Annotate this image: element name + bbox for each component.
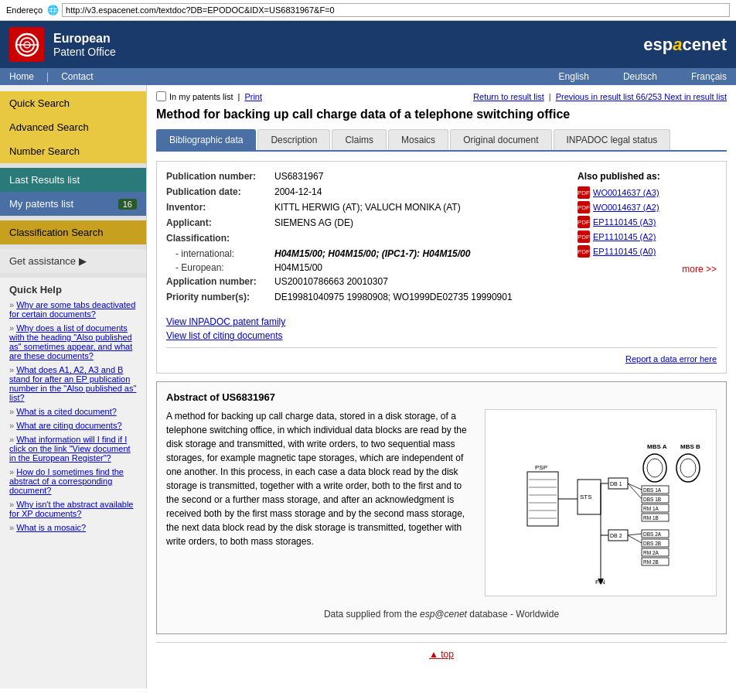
bib-value-app-number: US20010786663 20010307 [274, 276, 388, 287]
nav-sep: | [46, 71, 49, 82]
data-source-suffix: database - Worldwide [467, 609, 559, 620]
pub-entry-wo3: PDF WO0014637 (A3) [578, 186, 717, 199]
pub-link-ep0[interactable]: EP1110145 (A0) [593, 247, 656, 256]
in-patents-label: In my patents list [169, 92, 233, 101]
pub-entry-ep2: PDF EP1110145 (A2) [578, 230, 717, 243]
sidebar: Quick Search Advanced Search Number Sear… [0, 85, 147, 688]
inpadoc-family-link[interactable]: View INPADOC patent family [166, 316, 717, 327]
footer-top-link[interactable]: ▲ top [429, 649, 454, 660]
data-source-brand: esp@cenet [420, 609, 467, 620]
return-to-result-link[interactable]: Return to result list [473, 92, 544, 101]
svg-text:DBS 2A: DBS 2A [643, 531, 662, 537]
report-error-link[interactable]: Report a data error here [625, 354, 717, 364]
bib-label-priority: Priority number(s): [166, 292, 274, 302]
quick-help-item-4[interactable]: What are citing documents? [9, 421, 137, 430]
also-published-panel: Also published as: PDF WO0014637 (A3) PD… [578, 171, 717, 307]
tab-description[interactable]: Description [257, 129, 330, 150]
actions-separator: | [238, 92, 240, 101]
nav-english[interactable]: English [559, 71, 589, 82]
svg-point-22 [647, 459, 663, 477]
pub-link-ep2[interactable]: EP1110145 (A2) [593, 232, 656, 241]
nav-francais[interactable]: Français [691, 71, 727, 82]
report-error: Report a data error here [166, 347, 717, 364]
nav-home[interactable]: Home [9, 71, 34, 82]
bib-label-classification: Classification: [166, 233, 274, 244]
sidebar-item-last-results[interactable]: Last Results list [0, 168, 146, 192]
more-link[interactable]: more >> [682, 264, 717, 275]
bib-row-applicant: Applicant: SIEMENS AG (DE) [166, 217, 565, 228]
pub-link-wo2[interactable]: WO0014637 (A2) [593, 203, 659, 212]
quick-help-item-1[interactable]: Why does a list of documents with the he… [9, 323, 137, 360]
sidebar-item-classification-search[interactable]: Classification Search [0, 220, 146, 244]
address-input[interactable] [62, 3, 730, 17]
my-patents-badge: 16 [118, 199, 137, 210]
prev-next-result-link[interactable]: Previous in result list 66/253 Next in r… [556, 92, 727, 101]
sidebar-item-my-patents[interactable]: My patents list 16 [0, 192, 146, 216]
abstract-title: Abstract of US6831967 [166, 391, 717, 403]
pdf-icon-ep3: PDF [578, 216, 590, 228]
espacenet-logo: espacenet [643, 35, 727, 55]
svg-point-21 [643, 454, 666, 482]
in-patents-checkbox[interactable] [156, 91, 166, 101]
bib-label-applicant: Applicant: [166, 217, 274, 228]
globe-icon: 🌐 [47, 5, 59, 15]
svg-line-45 [628, 483, 642, 499]
top-actions-left: In my patents list | Print [156, 91, 262, 101]
quick-help-item-2[interactable]: What does A1, A2, A3 and B stand for aft… [9, 365, 137, 402]
pub-link-ep3[interactable]: EP1110145 (A3) [593, 217, 656, 227]
svg-point-23 [676, 454, 700, 482]
quick-help-item-7[interactable]: Why isn't the abstract available for XP … [9, 500, 137, 518]
top-actions-right: Return to result list | Previous in resu… [473, 92, 727, 101]
abstract-diagram: PSP STS DB 1 [485, 409, 717, 596]
top-actions: In my patents list | Print Return to res… [156, 91, 727, 101]
quick-help-title: Quick Help [9, 284, 137, 295]
sidebar-item-get-assistance[interactable]: Get assistance ▶ [0, 249, 146, 273]
tab-mosaics[interactable]: Mosaics [388, 129, 448, 150]
epo-title-line1: European [53, 32, 116, 46]
quick-help-item-8[interactable]: What is a mosaic? [9, 523, 137, 532]
bib-value-pub-number: US6831967 [274, 171, 323, 182]
svg-text:RM 1A: RM 1A [643, 506, 659, 511]
bib-value-pub-date: 2004-12-14 [274, 186, 322, 197]
svg-line-44 [628, 483, 642, 490]
svg-rect-4 [527, 472, 558, 526]
citing-documents-link[interactable]: View list of citing documents [166, 330, 717, 341]
tab-inpadoc-legal[interactable]: INPADOC legal status [554, 129, 671, 150]
quick-help-item-3[interactable]: What is a cited document? [9, 407, 137, 416]
svg-line-46 [628, 534, 642, 535]
nav-deutsch[interactable]: Deutsch [623, 71, 657, 82]
bib-content-panel: Publication number: US6831967 Publicatio… [156, 161, 727, 374]
print-link[interactable]: Print [244, 92, 262, 101]
svg-text:RM 2A: RM 2A [643, 550, 659, 555]
tab-bibliographic[interactable]: Bibliographic data [156, 129, 256, 150]
svg-text:DBS 1B: DBS 1B [643, 497, 661, 502]
data-source: Data supplied from the esp@cenet databas… [166, 604, 717, 624]
svg-text:DBS 2B: DBS 2B [643, 541, 661, 546]
quick-help-item-0[interactable]: Why are some tabs deactivated for certai… [9, 300, 137, 319]
nav-bar: Home | Contact English Deutsch Français [0, 68, 736, 85]
svg-text:DBS 1A: DBS 1A [643, 487, 662, 493]
nav-contact[interactable]: Contact [61, 71, 93, 82]
quick-help-item-5[interactable]: What information will I find if I click … [9, 435, 137, 463]
bib-row-priority: Priority number(s): DE19981040975 199809… [166, 292, 565, 302]
tab-original-document[interactable]: Original document [450, 129, 551, 150]
sidebar-item-quick-search[interactable]: Quick Search [0, 91, 146, 115]
bib-label-european: - European: [175, 262, 274, 273]
sidebar-item-advanced-search[interactable]: Advanced Search [0, 115, 146, 139]
bib-label-inventor: Inventor: [166, 202, 274, 213]
footer: ▲ top [156, 642, 727, 666]
header-left: European Patent Office [9, 27, 116, 62]
address-label: Endereço [6, 5, 43, 15]
epo-title-line2: Patent Office [53, 46, 116, 58]
abstract-text: A method for backing up call charge data… [166, 409, 475, 596]
quick-help-item-6[interactable]: How do I sometimes find the abstract of … [9, 467, 137, 495]
bib-row-pub-date: Publication date: 2004-12-14 [166, 186, 565, 197]
assistance-arrow-icon: ▶ [79, 255, 87, 267]
tab-claims[interactable]: Claims [332, 129, 387, 150]
top-arrow-icon: ▲ [429, 649, 438, 660]
pub-link-wo3[interactable]: WO0014637 (A3) [593, 188, 659, 197]
bib-section: Publication number: US6831967 Publicatio… [166, 171, 717, 307]
bib-row-app-number: Application number: US20010786663 200103… [166, 276, 565, 287]
bib-label-app-number: Application number: [166, 276, 274, 287]
sidebar-item-number-search[interactable]: Number Search [0, 139, 146, 163]
